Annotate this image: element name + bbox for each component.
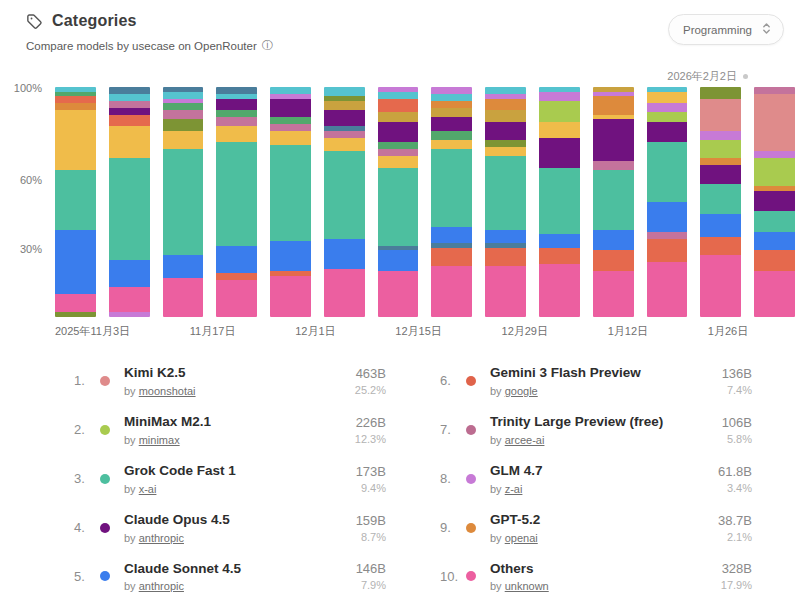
bar-segment-tomato[interactable] (539, 248, 580, 264)
bar-segment-teal[interactable] (378, 168, 419, 246)
bar-segment-tomato[interactable] (378, 99, 419, 113)
bar-segment-violet[interactable] (539, 92, 580, 101)
bar-segment-blue[interactable] (378, 250, 419, 271)
bar-segment-blue[interactable] (324, 239, 365, 269)
stacked-bar[interactable] (647, 87, 688, 317)
bar-segment-salmon[interactable] (754, 94, 795, 152)
bar-segment-cyan[interactable] (163, 92, 204, 99)
bar-segment-teal[interactable] (539, 168, 580, 235)
ranking-row[interactable]: 7.Trinity Large Preview (free)by arcee-a… (440, 406, 752, 455)
bar-segment-blue[interactable] (700, 214, 741, 237)
stacked-bar[interactable] (539, 87, 580, 317)
bar-segment-amber[interactable] (324, 138, 365, 152)
bar-segment-slate[interactable] (216, 87, 257, 94)
stacked-bar[interactable] (754, 87, 795, 317)
bar-segment-tomato[interactable] (754, 250, 795, 271)
bar-segment-blue[interactable] (539, 234, 580, 248)
bar-segment-teal[interactable] (700, 184, 741, 214)
bar-segment-amber[interactable] (539, 122, 580, 138)
bar-segment-mauve[interactable] (324, 131, 365, 138)
stacked-bar[interactable] (431, 87, 472, 317)
ranking-row[interactable]: 5.Claude Sonnet 4.5by anthropic146B7.9% (74, 553, 386, 602)
bar-segment-cyan[interactable] (109, 94, 150, 101)
bar-segment-orange[interactable] (485, 99, 526, 111)
ranking-row[interactable]: 2.MiniMax M2.1by minimax226B12.3% (74, 406, 386, 455)
bar-segment-mauve[interactable] (754, 87, 795, 94)
bar-segment-blue[interactable] (163, 255, 204, 278)
bar-segment-pink[interactable] (700, 255, 741, 317)
bar-segment-mauve[interactable] (270, 124, 311, 131)
bar-segment-blue[interactable] (431, 227, 472, 243)
bar-segment-teal[interactable] (485, 156, 526, 230)
bar-segment-tomato[interactable] (647, 239, 688, 262)
bar-segment-tomato[interactable] (431, 248, 472, 266)
bar-segment-pink[interactable] (485, 266, 526, 317)
provider-link[interactable]: openai (505, 532, 538, 544)
bar-segment-slate[interactable] (109, 87, 150, 94)
bar-segment-amber[interactable] (431, 140, 472, 149)
bar-segment-seagreen[interactable] (431, 131, 472, 140)
bar-segment-mauve[interactable] (378, 149, 419, 156)
provider-link[interactable]: unknown (505, 580, 549, 592)
bar-segment-teal[interactable] (431, 149, 472, 227)
bar-segment-cyan[interactable] (431, 94, 472, 101)
bar-segment-mauve[interactable] (593, 161, 634, 170)
provider-link[interactable]: arcee-ai (505, 434, 545, 446)
bar-segment-teal[interactable] (754, 211, 795, 232)
ranking-row[interactable]: 6.Gemini 3 Flash Previewby google136B7.4… (440, 357, 752, 406)
bar-segment-amber[interactable] (109, 126, 150, 158)
bar-segment-blue[interactable] (55, 230, 96, 294)
bar-segment-pink[interactable] (324, 269, 365, 317)
bar-segment-purple[interactable] (485, 122, 526, 140)
ranking-row[interactable]: 8.GLM 4.7by z-ai61.8B3.4% (440, 455, 752, 504)
ranking-row[interactable]: 4.Claude Opus 4.5by anthropic159B8.7% (74, 504, 386, 553)
bar-segment-gold[interactable] (378, 112, 419, 121)
bar-segment-blue[interactable] (593, 230, 634, 251)
bar-segment-blue[interactable] (754, 232, 795, 250)
bar-segment-pink[interactable] (647, 262, 688, 317)
bar-segment-pink[interactable] (216, 280, 257, 317)
bar-segment-lime[interactable] (700, 140, 741, 158)
bar-segment-pink[interactable] (55, 294, 96, 312)
bar-segment-purple[interactable] (324, 110, 365, 126)
stacked-bar[interactable] (485, 87, 526, 317)
bar-segment-cyan[interactable] (270, 87, 311, 94)
bar-segment-orange[interactable] (700, 158, 741, 165)
bar-segment-cyan[interactable] (378, 92, 419, 99)
bar-segment-teal[interactable] (647, 142, 688, 202)
bar-segment-pink[interactable] (593, 271, 634, 317)
bar-segment-amber[interactable] (378, 156, 419, 168)
bar-segment-blue[interactable] (485, 230, 526, 244)
bar-segment-amber[interactable] (647, 92, 688, 104)
bar-segment-violet[interactable] (700, 131, 741, 140)
bar-segment-pink[interactable] (270, 276, 311, 317)
bar-segment-amber[interactable] (216, 126, 257, 142)
bar-segment-teal[interactable] (109, 158, 150, 259)
bar-segment-mauve[interactable] (163, 110, 204, 119)
bar-segment-pink[interactable] (539, 264, 580, 317)
ranking-row[interactable]: 3.Grok Code Fast 1by x-ai173B9.4% (74, 455, 386, 504)
provider-link[interactable]: minimax (139, 434, 180, 446)
bar-segment-purple[interactable] (700, 165, 741, 183)
bar-segment-olive[interactable] (700, 87, 741, 99)
bar-segment-blue[interactable] (270, 241, 311, 271)
bar-segment-teal[interactable] (163, 149, 204, 255)
stacked-bar[interactable] (593, 87, 634, 317)
bar-segment-blue[interactable] (109, 260, 150, 288)
bar-segment-pink[interactable] (431, 266, 472, 317)
bar-segment-seagreen[interactable] (163, 103, 204, 110)
provider-link[interactable]: anthropic (139, 580, 184, 592)
bar-segment-blue[interactable] (216, 246, 257, 274)
bar-segment-teal[interactable] (216, 142, 257, 246)
stacked-bar[interactable] (378, 87, 419, 317)
bar-segment-gold[interactable] (485, 110, 526, 122)
bar-segment-seagreen[interactable] (378, 142, 419, 149)
bar-segment-pink[interactable] (163, 278, 204, 317)
bar-segment-violet[interactable] (754, 151, 795, 158)
bar-segment-salmon[interactable] (700, 99, 741, 131)
bar-segment-orange[interactable] (431, 101, 472, 108)
bar-segment-seagreen[interactable] (216, 110, 257, 117)
provider-link[interactable]: google (505, 385, 538, 397)
bar-segment-olive[interactable] (55, 312, 96, 317)
bar-segment-teal[interactable] (593, 170, 634, 230)
